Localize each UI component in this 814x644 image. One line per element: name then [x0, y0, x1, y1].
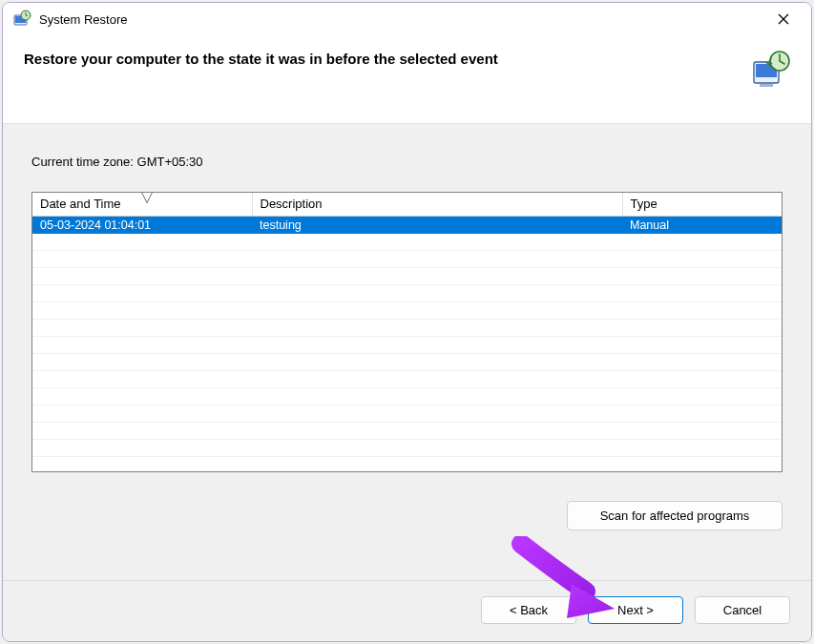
- table-row[interactable]: [32, 337, 782, 354]
- table-row[interactable]: [32, 268, 782, 285]
- table-row[interactable]: [32, 320, 782, 337]
- next-button[interactable]: Next >: [588, 596, 683, 624]
- close-button[interactable]: [762, 5, 805, 33]
- table-row[interactable]: [32, 423, 782, 440]
- table-row[interactable]: [32, 251, 782, 268]
- window-title: System Restore: [39, 12, 762, 27]
- table-cell: Manual: [622, 217, 782, 234]
- table-row[interactable]: [32, 354, 782, 371]
- system-restore-icon: [12, 10, 31, 29]
- close-icon: [778, 13, 789, 25]
- column-header-date[interactable]: Date and Time ╲╱: [32, 193, 252, 217]
- column-header-type[interactable]: Type: [622, 193, 782, 217]
- timezone-label: Current time zone: GMT+05:30: [31, 155, 783, 169]
- column-label: Date and Time: [40, 197, 121, 211]
- table-cell: testuing: [252, 217, 622, 234]
- system-restore-window: System Restore Restore your computer to …: [2, 2, 812, 642]
- cancel-button[interactable]: Cancel: [695, 596, 790, 624]
- column-label: Type: [631, 197, 657, 211]
- table-row[interactable]: [32, 405, 782, 423]
- table-row[interactable]: [32, 234, 782, 251]
- restore-clock-icon: [750, 49, 792, 91]
- table-row[interactable]: [32, 440, 782, 457]
- sort-descending-icon: ╲╱: [141, 192, 153, 202]
- table-row[interactable]: [32, 302, 782, 320]
- header-area: Restore your computer to the state it wa…: [3, 35, 811, 123]
- table-header-row: Date and Time ╲╱ Description Type: [32, 193, 782, 217]
- column-header-description[interactable]: Description: [252, 193, 622, 217]
- wizard-footer: < Back Next > Cancel: [3, 580, 811, 641]
- table-row[interactable]: [32, 371, 782, 388]
- table-cell: 05-03-2024 01:04:01: [32, 217, 252, 234]
- restore-points-table[interactable]: Date and Time ╲╱ Description Type 05-03-…: [31, 192, 783, 472]
- titlebar: System Restore: [3, 3, 811, 35]
- table-row[interactable]: [32, 388, 782, 405]
- table-row[interactable]: 05-03-2024 01:04:01testuingManual: [32, 217, 782, 234]
- back-button[interactable]: < Back: [481, 596, 576, 624]
- scan-affected-programs-button[interactable]: Scan for affected programs: [567, 501, 783, 530]
- content-area: Current time zone: GMT+05:30 Date and Ti…: [3, 123, 811, 580]
- page-instruction: Restore your computer to the state it wa…: [24, 49, 739, 67]
- table-row[interactable]: [32, 285, 782, 302]
- svg-rect-5: [760, 84, 773, 87]
- column-label: Description: [261, 197, 323, 211]
